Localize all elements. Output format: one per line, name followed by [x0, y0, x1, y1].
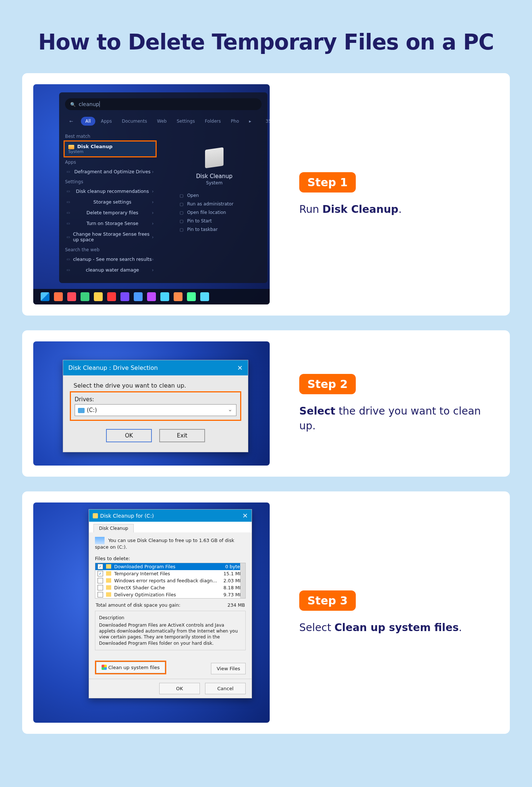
drive-icon [95, 537, 105, 544]
taskbar-app-icon[interactable] [174, 292, 183, 301]
preview-subtitle: System [168, 180, 260, 185]
taskbar-app-icon[interactable] [147, 292, 156, 301]
drive-selection-dialog: Disk Cleanup : Drive Selection ✕ Select … [63, 360, 248, 452]
search-filter-tabs[interactable]: ← All Apps Documents Web Settings Folder… [59, 114, 267, 132]
apps-label: Apps [65, 160, 161, 165]
checkbox[interactable] [98, 592, 103, 597]
checkbox[interactable] [98, 578, 103, 583]
start-icon[interactable] [41, 292, 50, 301]
result-delete-temp[interactable]: Delete temporary files [65, 207, 161, 218]
taskbar-app-icon[interactable] [134, 292, 143, 301]
search-input[interactable]: cleanup [65, 98, 262, 110]
step-3-card: Disk Cleanup for (C:) ✕ Disk Cleanup You… [22, 491, 510, 734]
folder-icon [106, 585, 111, 590]
tab-more-icon[interactable]: ▸ [245, 117, 256, 126]
dialog-title: Disk Cleanup for (C:) [100, 513, 154, 519]
file-row-directx-cache[interactable]: DirectX Shader Cache8.18 MB [95, 584, 245, 591]
result-disk-cleanup-rec[interactable]: Disk cleanup recommendations [65, 186, 161, 197]
taskbar-app-icon[interactable] [187, 292, 196, 301]
drives-label: Drives: [75, 396, 236, 403]
taskbar-app-icon[interactable] [54, 292, 63, 301]
tab-photos[interactable]: Pho [226, 117, 243, 126]
action-open-location[interactable]: Open file location [180, 210, 260, 215]
ok-button[interactable]: OK [159, 683, 200, 694]
scrollbar[interactable] [240, 563, 245, 598]
settings-label: Settings [65, 179, 161, 184]
folder-icon [106, 592, 111, 597]
step-1-card: cleanup ← All Apps Documents Web Setting… [22, 73, 510, 316]
files-to-delete-label: Files to delete: [95, 556, 246, 561]
files-list[interactable]: Downloaded Program Files0 bytes Temporar… [95, 563, 246, 599]
taskbar-app-icon[interactable] [107, 292, 116, 301]
action-open[interactable]: Open [180, 193, 260, 198]
step-2-screenshot: Disk Cleanup : Drive Selection ✕ Select … [33, 341, 270, 466]
preview-title: Disk Cleanup [168, 173, 260, 180]
ok-button[interactable]: OK [106, 429, 152, 442]
rewards-count[interactable]: 35 [261, 117, 270, 126]
action-pin-start[interactable]: Pin to Start [180, 218, 260, 224]
action-pin-taskbar[interactable]: Pin to taskbar [180, 227, 260, 232]
best-match-label: Best match [65, 134, 161, 139]
step-3-screenshot: Disk Cleanup for (C:) ✕ Disk Cleanup You… [33, 502, 270, 723]
disk-cleanup-icon [68, 145, 74, 149]
taskbar-app-icon[interactable] [67, 292, 76, 301]
best-match-disk-cleanup[interactable]: Disk Disk CleanupCleanup System [64, 140, 157, 157]
file-row-error-reports[interactable]: Windows error reports and feedback diagn… [95, 577, 245, 584]
cleanup-info: You can use Disk Cleanup to free up to 1… [95, 537, 246, 551]
tab-folders[interactable]: Folders [200, 117, 225, 126]
step-2-caption: Select the drive you want to clean up. [299, 404, 499, 433]
step-3-badge: Step 3 [299, 590, 356, 611]
dialog-title: Disk Cleanup : Drive Selection [68, 364, 158, 371]
tab-documents[interactable]: Documents [117, 117, 151, 126]
checkbox[interactable] [98, 585, 103, 590]
step-1-badge: Step 1 [299, 172, 356, 193]
web-result-a[interactable]: cleanup - See more search results [65, 254, 161, 265]
taskbar[interactable] [33, 289, 270, 304]
drive-icon [78, 408, 85, 413]
taskbar-app-icon[interactable] [94, 292, 103, 301]
checkbox[interactable] [98, 564, 103, 569]
step-1-screenshot: cleanup ← All Apps Documents Web Setting… [33, 84, 270, 304]
step-2-card: Disk Cleanup : Drive Selection ✕ Select … [22, 330, 510, 477]
highlight-box: Drives: (C:) [70, 391, 241, 421]
file-row-temp-internet[interactable]: Temporary Internet Files15.1 MB [95, 570, 245, 577]
taskbar-app-icon[interactable] [200, 292, 209, 301]
close-icon[interactable]: ✕ [237, 364, 243, 372]
highlight-box: Clean up system files [95, 661, 166, 674]
step-1-caption: Run Disk Cleanup. [299, 202, 499, 217]
action-run-admin[interactable]: Run as administrator [180, 201, 260, 207]
taskbar-app-icon[interactable] [81, 292, 89, 301]
dialog-prompt: Select the drive you want to clean up. [63, 375, 248, 391]
web-result-b[interactable]: cleanup water damage [65, 265, 161, 275]
taskbar-app-icon[interactable] [120, 292, 129, 301]
folder-icon [106, 571, 111, 576]
preview-pane: Disk Cleanup System Open Run as administ… [161, 132, 267, 275]
result-storage-settings[interactable]: Storage settings [65, 197, 161, 207]
back-icon[interactable]: ← [65, 117, 78, 126]
exit-button[interactable]: Exit [159, 429, 205, 442]
tab-settings[interactable]: Settings [172, 117, 199, 126]
disk-cleanup-large-icon [205, 147, 224, 168]
clean-system-files-button[interactable]: Clean up system files [96, 662, 165, 673]
tab-web[interactable]: Web [153, 117, 171, 126]
folder-icon [106, 564, 111, 569]
file-row-downloaded-programs[interactable]: Downloaded Program Files0 bytes [95, 563, 245, 570]
search-web-label: Search the web [65, 247, 161, 252]
gain-label: Total amount of disk space you gain: [96, 602, 180, 608]
result-storage-sense-config[interactable]: Change how Storage Sense frees up space [65, 229, 161, 245]
tab-apps[interactable]: Apps [96, 117, 116, 126]
cancel-button[interactable]: Cancel [205, 683, 246, 694]
page-title: How to Delete Temporary Files on a PC [22, 30, 510, 55]
tab-all[interactable]: All [81, 117, 95, 126]
disk-cleanup-dialog: Disk Cleanup for (C:) ✕ Disk Cleanup You… [89, 509, 252, 698]
shield-icon [102, 665, 107, 670]
close-icon[interactable]: ✕ [242, 512, 248, 519]
drive-select[interactable]: (C:) [75, 404, 236, 416]
result-defragment[interactable]: Defragment and Optimize Drives [65, 166, 161, 177]
tab-disk-cleanup[interactable]: Disk Cleanup [93, 524, 134, 532]
result-storage-sense[interactable]: Turn on Storage Sense [65, 218, 161, 229]
view-files-button[interactable]: View Files [211, 663, 246, 674]
file-row-delivery-opt[interactable]: Delivery Optimization Files9.73 MB [95, 591, 245, 598]
taskbar-app-icon[interactable] [160, 292, 169, 301]
checkbox[interactable] [98, 571, 103, 576]
